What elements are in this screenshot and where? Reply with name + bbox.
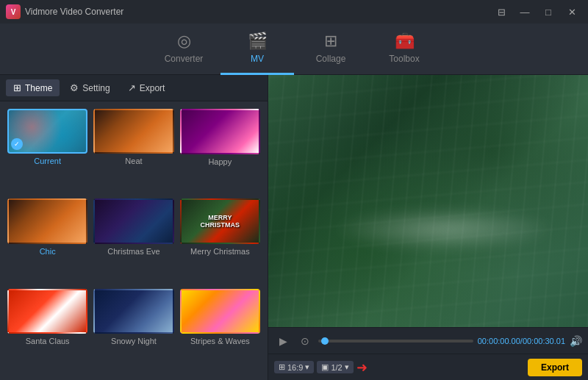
- ratio-chevron-icon: ▾: [305, 362, 309, 372]
- video-preview: [268, 75, 588, 327]
- right-panel: ▶ ⊙ 00:00:00.00/00:00:30.01 🔊 ⊞ 16:9 ▾ ▣…: [268, 75, 588, 380]
- toolbox-icon: 🧰: [395, 32, 415, 51]
- zoom-icon: ▣: [321, 362, 329, 372]
- theme-item-stripes-waves[interactable]: Stripes & Waves: [180, 289, 260, 373]
- left-panel: ⊞ Theme ⚙ Setting ↗ Export ✓ Current: [0, 75, 268, 380]
- ratio-select[interactable]: ⊞ 16:9 ▾: [274, 361, 314, 373]
- export-tab-icon: ↗: [128, 82, 136, 93]
- subtab-setting[interactable]: ⚙ Setting: [62, 79, 117, 96]
- sub-tabs: ⊞ Theme ⚙ Setting ↗ Export: [0, 75, 268, 101]
- nav-tab-toolbox[interactable]: 🧰 Toolbox: [368, 24, 441, 75]
- nav-bar: ◎ Converter 🎬 MV ⊞ Collage 🧰 Toolbox: [0, 24, 588, 75]
- volume-button[interactable]: 🔊: [570, 335, 582, 347]
- nav-tab-toolbox-label: Toolbox: [389, 54, 419, 64]
- theme-label-christmas-eve: Christmas Eve: [107, 247, 160, 256]
- converter-icon: ◎: [177, 32, 191, 51]
- preview-area: [268, 75, 588, 327]
- bottom-bar: ⊞ 16:9 ▾ ▣ 1/2 ▾ ➜ Export: [268, 354, 588, 380]
- collage-icon: ⊞: [324, 32, 337, 51]
- theme-item-chic[interactable]: Chic: [7, 198, 87, 282]
- zoom-select[interactable]: ▣ 1/2 ▾: [317, 361, 353, 373]
- theme-thumb-happy: [180, 109, 260, 154]
- nav-tab-mv-label: MV: [251, 54, 264, 64]
- zoom-chevron-icon: ▾: [345, 362, 349, 372]
- maximize-button[interactable]: □: [538, 4, 559, 19]
- foam-overlay: [332, 207, 556, 251]
- export-button[interactable]: Export: [528, 359, 582, 376]
- subtab-theme[interactable]: ⊞ Theme: [6, 79, 60, 96]
- progress-bar[interactable]: [318, 340, 473, 343]
- nav-tab-collage[interactable]: ⊞ Collage: [294, 24, 368, 75]
- export-arrow-icon: ➜: [356, 359, 368, 376]
- stop-button[interactable]: ⊙: [296, 332, 314, 350]
- setting-tab-icon: ⚙: [70, 82, 79, 93]
- main-area: ⊞ Theme ⚙ Setting ↗ Export ✓ Current: [0, 75, 588, 380]
- theme-item-christmas-eve[interactable]: Christmas Eve: [93, 198, 173, 282]
- mv-icon: 🎬: [248, 32, 268, 51]
- titlebar: V Vidmore Video Converter ⊟ — □ ✕: [0, 0, 588, 24]
- titlebar-controls: ⊟ — □ ✕: [491, 4, 582, 19]
- time-display: 00:00:00.00/00:00:30.01: [478, 337, 565, 345]
- theme-thumb-stripes-waves: [180, 289, 260, 334]
- theme-item-neat[interactable]: Neat: [93, 109, 173, 193]
- ratio-icon: ⊞: [279, 362, 285, 372]
- nav-tab-mv[interactable]: 🎬 MV: [220, 24, 294, 75]
- theme-thumb-snowy-night: [93, 289, 173, 334]
- message-button[interactable]: ⊟: [491, 4, 512, 19]
- theme-item-merry-christmas[interactable]: MERRYCHRISTMAS Merry Christmas: [180, 198, 260, 282]
- theme-thumb-santa-claus: [7, 289, 87, 334]
- titlebar-left: V Vidmore Video Converter: [6, 4, 123, 19]
- theme-item-snowy-night[interactable]: Snowy Night: [93, 289, 173, 373]
- theme-label-neat: Neat: [125, 157, 142, 165]
- theme-item-santa-claus[interactable]: Santa Claus: [7, 289, 87, 373]
- video-controls: ▶ ⊙ 00:00:00.00/00:00:30.01 🔊: [268, 327, 588, 354]
- theme-thumb-merry-christmas: MERRYCHRISTMAS: [180, 198, 260, 244]
- minimize-button[interactable]: —: [514, 4, 535, 19]
- theme-label-snowy-night: Snowy Night: [111, 337, 157, 345]
- theme-tab-icon: ⊞: [13, 82, 21, 93]
- theme-thumb-christmas-eve: [93, 198, 173, 243]
- progress-dot[interactable]: [321, 337, 329, 345]
- theme-label-merry-christmas: Merry Christmas: [190, 247, 250, 256]
- play-button[interactable]: ▶: [274, 332, 292, 350]
- theme-grid: ✓ Current Neat Happy Chic Christmas Eve: [0, 101, 268, 380]
- app-icon: V: [6, 4, 21, 19]
- subtab-setting-label: Setting: [82, 83, 110, 93]
- theme-thumb-current: ✓: [7, 109, 87, 154]
- nav-tab-converter[interactable]: ◎ Converter: [147, 24, 220, 75]
- theme-thumb-chic: [7, 198, 87, 243]
- nav-tab-converter-label: Converter: [165, 54, 204, 64]
- app-title: Vidmore Video Converter: [25, 7, 123, 17]
- subtab-export[interactable]: ↗ Export: [121, 79, 173, 96]
- theme-check-icon: ✓: [11, 138, 23, 150]
- theme-label-current: Current: [34, 157, 61, 165]
- nav-tab-collage-label: Collage: [316, 54, 346, 64]
- theme-item-current[interactable]: ✓ Current: [7, 109, 87, 193]
- ratio-value: 16:9: [287, 363, 303, 372]
- theme-thumb-neat: [93, 109, 173, 154]
- theme-item-happy[interactable]: Happy: [180, 109, 260, 193]
- theme-label-happy: Happy: [208, 157, 232, 166]
- close-button[interactable]: ✕: [562, 4, 582, 19]
- water-texture: [268, 75, 588, 327]
- subtab-export-label: Export: [140, 83, 165, 93]
- zoom-value: 1/2: [331, 363, 342, 372]
- theme-label-santa-claus: Santa Claus: [26, 337, 70, 345]
- theme-label-stripes-waves: Stripes & Waves: [190, 337, 250, 345]
- subtab-theme-label: Theme: [25, 83, 52, 93]
- theme-label-chic: Chic: [40, 247, 56, 256]
